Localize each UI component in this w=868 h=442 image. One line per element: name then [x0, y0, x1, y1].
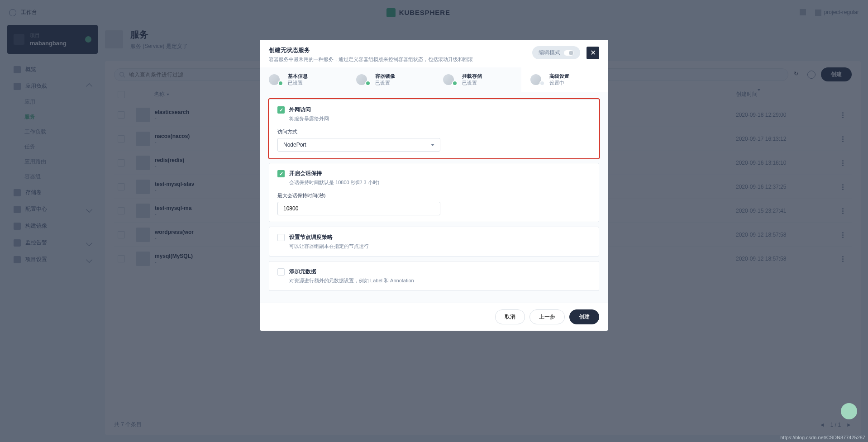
step-tab[interactable]: 容器镜像已设置 [347, 67, 434, 92]
metadata-checkbox[interactable] [277, 268, 285, 276]
watermark: https://blog.csdn.net/CSDN877425287 [780, 435, 865, 440]
modal-overlay: 创建无状态服务 容器服务中最常用的一种服务，通过定义容器组模版来控制容器组状态，… [0, 0, 868, 442]
session-time-label: 最大会话保持时间(秒) [277, 192, 591, 199]
modal-body: 外网访问 将服务暴露给外网 访问方式 NodePort 开启会话保持 会话保持时… [260, 92, 608, 303]
step-tab[interactable]: 高级设置设置中 [521, 67, 609, 92]
external-access-title: 外网访问 [289, 106, 329, 114]
session-section: 开启会话保持 会话保持时间默认是 10800 秒(即 3 小时) 最大会话保持时… [269, 163, 599, 222]
external-access-checkbox[interactable] [277, 106, 285, 114]
modal-header: 创建无状态服务 容器服务中最常用的一种服务，通过定义容器组模版来控制容器组状态，… [260, 40, 608, 67]
step-status: 已设置 [375, 80, 395, 86]
check-icon [452, 81, 458, 86]
modal-subtitle: 容器服务中最常用的一种服务，通过定义容器组模版来控制容器组状态，包括滚动升级和回… [269, 56, 532, 63]
access-method-label: 访问方式 [277, 128, 591, 135]
external-access-desc: 将服务暴露给外网 [289, 115, 329, 122]
session-title: 开启会话保持 [289, 170, 379, 177]
toggle-icon [564, 50, 574, 56]
session-time-input[interactable] [277, 202, 440, 215]
modal-title: 创建无状态服务 [269, 46, 532, 54]
metadata-desc: 对资源进行额外的元数据设置，例如 Label 和 Annotation [289, 277, 414, 284]
step-title: 高级设置 [549, 73, 569, 80]
scheduling-checkbox[interactable] [277, 234, 285, 241]
step-title: 挂载存储 [462, 73, 482, 80]
step-icon [269, 74, 283, 85]
step-icon [530, 74, 545, 85]
step-status: 已设置 [288, 80, 308, 86]
step-icon [356, 74, 371, 85]
close-icon: ✕ [590, 48, 596, 57]
session-checkbox[interactable] [277, 170, 285, 177]
scheduling-desc: 可以让容器组副本在指定的节点运行 [289, 243, 369, 250]
check-icon [365, 81, 371, 86]
edit-mode-toggle[interactable]: 编辑模式 [532, 46, 580, 59]
dot-icon [539, 81, 545, 86]
step-status: 设置中 [549, 80, 569, 86]
access-method-select[interactable]: NodePort [277, 138, 440, 152]
modal-footer: 取消 上一步 创建 [260, 303, 608, 331]
close-button[interactable]: ✕ [587, 47, 599, 59]
scheduling-title: 设置节点调度策略 [289, 233, 369, 241]
scheduling-section: 设置节点调度策略 可以让容器组副本在指定的节点运行 [269, 227, 599, 257]
step-title: 基本信息 [288, 73, 308, 80]
session-desc: 会话保持时间默认是 10800 秒(即 3 小时) [289, 179, 379, 186]
chevron-down-icon [431, 144, 434, 146]
create-service-modal: 创建无状态服务 容器服务中最常用的一种服务，通过定义容器组模版来控制容器组状态，… [260, 40, 608, 331]
help-float-button[interactable] [841, 403, 857, 419]
step-tab[interactable]: 挂载存储已设置 [434, 67, 521, 92]
access-method-value: NodePort [283, 142, 306, 148]
cancel-button[interactable]: 取消 [495, 309, 525, 324]
prev-button[interactable]: 上一步 [529, 309, 565, 324]
external-access-section: 外网访问 将服务暴露给外网 访问方式 NodePort [269, 99, 599, 158]
step-tab[interactable]: 基本信息已设置 [260, 67, 347, 92]
step-title: 容器镜像 [375, 73, 395, 80]
steps-bar: 基本信息已设置 容器镜像已设置 挂载存储已设置 高级设置设置中 [260, 67, 608, 92]
check-icon [278, 81, 283, 86]
step-status: 已设置 [462, 80, 482, 86]
create-submit-button[interactable]: 创建 [569, 309, 599, 324]
metadata-section: 添加元数据 对资源进行额外的元数据设置，例如 Label 和 Annotatio… [269, 261, 599, 291]
step-icon [443, 74, 458, 85]
metadata-title: 添加元数据 [289, 268, 414, 276]
